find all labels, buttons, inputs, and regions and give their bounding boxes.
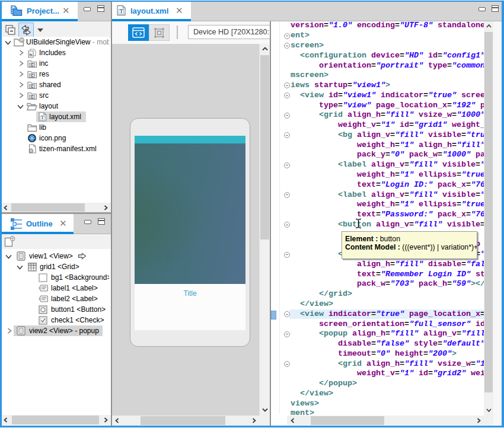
svg-text:h: h <box>30 52 33 57</box>
svg-text:C: C <box>31 94 34 98</box>
svg-text:T: T <box>41 115 44 120</box>
svg-text:C: C <box>31 84 34 88</box>
svg-text:C: C <box>31 62 34 66</box>
svg-text:T: T <box>120 8 123 14</box>
svg-text:C: C <box>31 73 34 77</box>
svg-text:G: G <box>20 38 23 42</box>
